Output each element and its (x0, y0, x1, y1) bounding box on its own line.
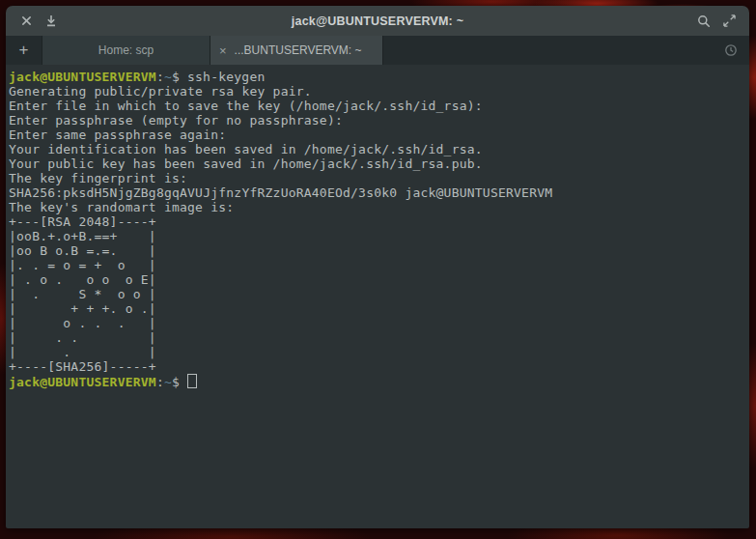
prompt-line: jack@UBUNTUSERVERVM:~$ssh-keygen (9, 70, 749, 84)
randomart-line: | . o . o o o E| (9, 272, 749, 287)
randomart-line: |ooB.+.o+B.==+ | (9, 229, 749, 243)
titlebar-right-buttons (691, 6, 742, 36)
close-window-button[interactable] (14, 9, 39, 34)
randomart-line: | . . | (9, 330, 749, 345)
randomart-line: |oo B o.B =.=. | (9, 243, 749, 258)
randomart-line: | + + +. o .| (9, 301, 749, 316)
randomart-line: +---[RSA 2048]----+ (9, 214, 749, 229)
randomart-line: | . | (9, 345, 749, 359)
fingerprint-line: SHA256:pksdH5NjgZBg8gqAVUJjfnzYfRZzUoRA4… (9, 185, 749, 200)
tab-label: ...BUNTUSERVERVM: ~ (235, 43, 362, 57)
tab-home-scp[interactable]: Home: scp (42, 36, 210, 65)
output-line: The key's randomart image is: (9, 200, 749, 214)
prompt-user-host: jack@UBUNTUSERVERVM (9, 70, 156, 84)
output-line: Enter file in which to save the key (/ho… (9, 99, 749, 113)
prompt-colon: : (156, 375, 164, 389)
search-icon (697, 14, 711, 28)
randomart-line: | o . . . | (9, 316, 749, 330)
prompt-line-current: jack@UBUNTUSERVERVM:~$ (9, 374, 749, 388)
prompt-symbol: $ (172, 375, 180, 389)
tab-bar: + Home: scp × ...BUNTUSERVERVM: ~ (6, 36, 749, 65)
titlebar: jack@UBUNTUSERVERVM: ~ (6, 6, 749, 36)
randomart-line: |. . = o = + o | (9, 258, 749, 272)
output-line: Your public key has been saved in /home/… (9, 156, 749, 171)
terminal-screen[interactable]: jack@UBUNTUSERVERVM:~$ssh-keygen Generat… (6, 65, 749, 528)
prompt-user-host: jack@UBUNTUSERVERVM (9, 375, 156, 389)
terminal-cursor (187, 374, 197, 388)
prompt-path: ~ (164, 70, 172, 84)
download-icon (45, 14, 57, 27)
command-text: ssh-keygen (187, 70, 265, 84)
titlebar-left-buttons (14, 9, 64, 34)
tab-close-icon[interactable]: × (219, 43, 227, 58)
download-button[interactable] (39, 9, 64, 34)
tabbar-spacer (383, 36, 719, 65)
fullscreen-button[interactable] (716, 9, 742, 34)
prompt-path: ~ (164, 375, 172, 389)
randomart-line: +----[SHA256]-----+ (9, 359, 749, 374)
output-line: Generating public/private rsa key pair. (9, 84, 749, 99)
randomart-line: | . S * o o | (9, 287, 749, 301)
tab-label: Home: scp (98, 43, 154, 57)
fullscreen-icon (723, 14, 736, 27)
search-button[interactable] (691, 9, 716, 34)
output-line: The key fingerprint is: (9, 171, 749, 185)
output-line: Your identification has been saved in /h… (9, 142, 749, 156)
close-icon (21, 15, 32, 26)
add-tab-button[interactable]: + (6, 36, 42, 65)
output-line: Enter same passphrase again: (9, 128, 749, 142)
output-line: Enter passphrase (empty for no passphras… (9, 113, 749, 128)
terminal-window: jack@UBUNTUSERVERVM: ~ + (6, 6, 749, 528)
prompt-symbol: $ (172, 70, 180, 84)
history-button[interactable] (719, 36, 742, 65)
tab-ubuntuservervm[interactable]: × ...BUNTUSERVERVM: ~ (210, 36, 383, 65)
window-title: jack@UBUNTUSERVERVM: ~ (6, 14, 749, 28)
prompt-colon: : (156, 70, 164, 84)
clock-history-icon (724, 43, 738, 57)
